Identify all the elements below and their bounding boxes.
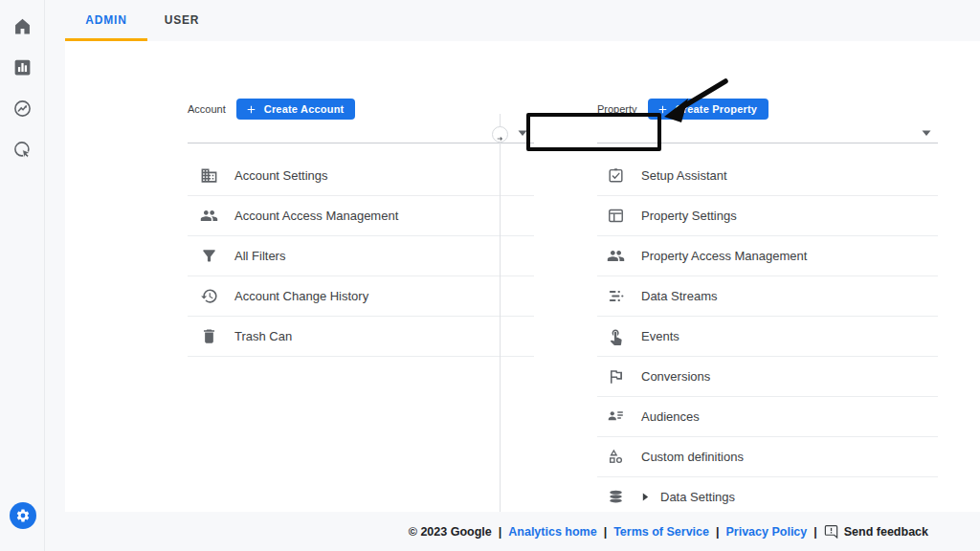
- analytics-admin-page: ADMIN USER Account Create Account Accou: [0, 0, 980, 551]
- feedback-icon: [824, 524, 838, 539]
- menu-item-label: Account Settings: [234, 168, 328, 183]
- separator: |: [716, 525, 720, 539]
- create-account-label: Create Account: [264, 103, 345, 115]
- setup-assistant-icon: [606, 166, 625, 186]
- admin-nav-button[interactable]: [10, 502, 36, 529]
- property-menu-item[interactable]: Data Settings: [597, 477, 938, 512]
- explore-icon: [12, 99, 33, 122]
- menu-item-label: Audiences: [641, 409, 700, 424]
- filter-icon: [199, 247, 218, 266]
- reports-icon: [12, 57, 33, 81]
- conversions-icon: [606, 367, 625, 386]
- menu-item-label: All Filters: [234, 249, 285, 263]
- menu-item-label: Account Change History: [234, 289, 368, 303]
- menu-item-label: Account Access Management: [234, 209, 398, 223]
- property-column: Property Create Property Setup Assistant: [597, 96, 938, 512]
- history-icon: [199, 287, 218, 306]
- account-menu-list: Account Settings Account Access Manageme…: [188, 156, 534, 357]
- property-menu-item[interactable]: Conversions: [597, 357, 938, 397]
- menu-item-label: Custom definitions: [641, 450, 744, 464]
- property-menu-item[interactable]: Property Access Management: [597, 236, 938, 276]
- data-settings-icon: [606, 488, 625, 507]
- home-icon: [12, 16, 33, 40]
- events-icon: [606, 327, 625, 346]
- people-icon: [606, 247, 625, 266]
- data-streams-icon: [606, 287, 625, 306]
- nav-icon-list: [0, 0, 44, 162]
- nav-item[interactable]: [11, 141, 33, 162]
- property-selector[interactable]: [597, 122, 938, 143]
- property-menu-item[interactable]: Setup Assistant: [597, 156, 938, 196]
- menu-item-label: Data Streams: [641, 289, 717, 303]
- property-menu-item[interactable]: Events: [597, 317, 938, 357]
- footer-link[interactable]: Terms of Service: [613, 525, 709, 539]
- account-column: Account Create Account Account Settings: [188, 96, 534, 357]
- footer-link[interactable]: Analytics home: [508, 525, 596, 539]
- account-column-label: Account: [188, 103, 226, 115]
- menu-item-label: Conversions: [641, 369, 710, 384]
- property-menu-item[interactable]: Audiences: [597, 397, 938, 437]
- menu-item-label: Property Settings: [641, 209, 737, 223]
- menu-item-label: Property Access Management: [641, 249, 807, 263]
- advertising-icon: [12, 140, 33, 164]
- property-menu-list: Setup Assistant Property Settings Proper…: [597, 156, 938, 512]
- create-property-label: Create Property: [676, 103, 758, 115]
- footer-bar: © 2023 Google | Analytics home | Terms o…: [45, 512, 980, 551]
- plus-icon: [245, 103, 257, 116]
- footer-link[interactable]: Privacy Policy: [725, 525, 807, 539]
- create-property-button[interactable]: Create Property: [648, 99, 769, 120]
- audiences-icon: [606, 408, 625, 427]
- separator: |: [604, 525, 608, 539]
- copyright-text: © 2023 Google: [409, 525, 492, 539]
- caret-down-icon: [517, 129, 528, 137]
- property-column-label: Property: [597, 103, 637, 115]
- menu-item-label: Trash Can: [234, 329, 292, 343]
- account-menu-item[interactable]: Account Access Management: [188, 196, 534, 236]
- create-account-button[interactable]: Create Account: [236, 99, 356, 120]
- nav-item[interactable]: [11, 99, 33, 121]
- footer-links: | Analytics home | Terms of Service | Pr…: [499, 525, 808, 539]
- menu-item-label: Setup Assistant: [641, 168, 727, 183]
- tab-user[interactable]: USER: [151, 0, 212, 41]
- left-nav-sidebar: [0, 0, 45, 551]
- account-property-connector: [492, 126, 508, 143]
- account-menu-item[interactable]: Account Settings: [188, 156, 534, 196]
- account-selector[interactable]: [188, 122, 534, 143]
- send-feedback-button[interactable]: Send feedback: [824, 524, 928, 539]
- custom-definitions-icon: [606, 448, 625, 467]
- trash-icon: [199, 327, 218, 346]
- account-menu-item[interactable]: Trash Can: [188, 317, 534, 357]
- buildings-icon: [199, 166, 218, 186]
- property-settings-icon: [606, 207, 625, 226]
- separator: |: [813, 525, 817, 539]
- column-connector-line: [500, 114, 501, 512]
- nav-item[interactable]: [11, 58, 33, 79]
- menu-item-label: Events: [641, 329, 679, 343]
- expand-caret-icon: [641, 493, 651, 502]
- admin-content-card: Account Create Account Account Settings: [65, 41, 980, 512]
- send-feedback-label: Send feedback: [844, 525, 928, 539]
- menu-item-label: Data Settings: [660, 490, 735, 504]
- property-menu-item[interactable]: Data Streams: [597, 276, 938, 317]
- caret-down-icon: [921, 129, 932, 137]
- separator: |: [499, 525, 502, 539]
- property-menu-item[interactable]: Property Settings: [597, 196, 938, 236]
- plus-icon: [657, 103, 669, 116]
- arrow-right-icon: [496, 130, 505, 140]
- account-menu-item[interactable]: Account Change History: [188, 276, 534, 317]
- tab-admin[interactable]: ADMIN: [65, 0, 147, 41]
- property-menu-item[interactable]: Custom definitions: [597, 437, 938, 477]
- gear-icon: [15, 508, 31, 523]
- account-menu-item[interactable]: All Filters: [188, 236, 534, 276]
- nav-item[interactable]: [11, 17, 33, 38]
- people-icon: [199, 207, 218, 226]
